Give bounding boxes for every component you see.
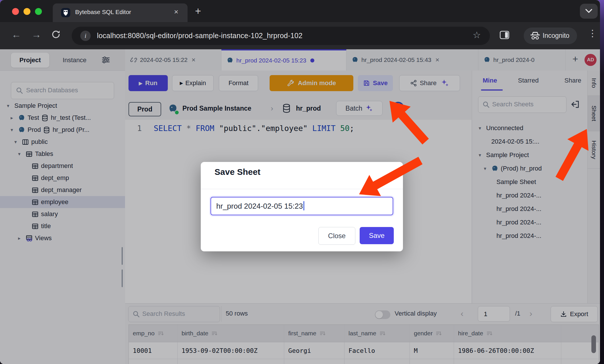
close-tab-icon[interactable]: × <box>174 7 178 16</box>
chevron-down-icon <box>585 9 593 13</box>
minimize-window-button[interactable] <box>24 8 30 15</box>
text-caret <box>303 201 304 210</box>
browser-window: Bytebase SQL Editor × + ← → i localhost:… <box>0 0 600 364</box>
close-window-button[interactable] <box>12 8 19 15</box>
forward-button[interactable]: → <box>32 29 41 40</box>
browser-menu-icon[interactable]: ⋮ <box>588 28 597 39</box>
url-text: localhost:8080/sql-editor/prod-sample-in… <box>97 32 303 40</box>
incognito-label: Incognito <box>543 32 569 40</box>
incognito-icon <box>530 31 540 40</box>
maximize-window-button[interactable] <box>35 8 42 15</box>
dialog-close-icon[interactable]: × <box>386 171 391 181</box>
tab-search-button[interactable] <box>580 4 598 19</box>
dialog-close-button[interactable]: Close <box>318 227 355 245</box>
dialog-title: Save Sheet <box>215 167 260 177</box>
browser-tab-strip: Bytebase SQL Editor × + <box>0 0 600 22</box>
dialog-save-button[interactable]: Save <box>360 227 394 244</box>
incognito-badge: Incognito <box>524 28 577 44</box>
bookmark-star-icon[interactable]: ☆ <box>473 30 481 40</box>
bytebase-favicon-icon <box>61 8 71 17</box>
browser-toolbar: ← → i localhost:8080/sql-editor/prod-sam… <box>0 22 600 49</box>
browser-tab-title: Bytebase SQL Editor <box>75 9 131 15</box>
divider <box>201 189 403 189</box>
url-bar[interactable]: i localhost:8080/sql-editor/prod-sample-… <box>72 27 490 45</box>
browser-tab[interactable]: Bytebase SQL Editor × <box>53 3 188 22</box>
new-tab-button[interactable]: + <box>195 5 201 17</box>
save-sheet-dialog: Save Sheet × hr_prod 2024-02-05 15:23 Cl… <box>201 162 403 251</box>
side-panel-icon[interactable] <box>500 31 509 40</box>
reload-button[interactable] <box>51 30 61 40</box>
back-button[interactable]: ← <box>11 29 21 40</box>
sheet-name-input[interactable]: hr_prod 2024-02-05 15:23 <box>211 197 393 215</box>
site-info-icon[interactable]: i <box>80 31 91 41</box>
